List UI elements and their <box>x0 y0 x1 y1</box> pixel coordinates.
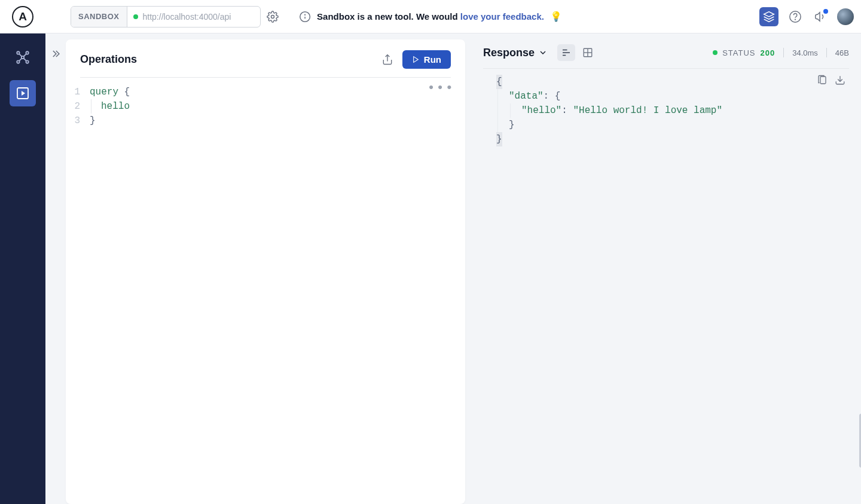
response-time: 34.0ms <box>792 48 818 57</box>
response-title-dropdown[interactable]: Response <box>483 47 548 59</box>
schema-button[interactable] <box>759 7 778 26</box>
bulb-icon: 💡 <box>550 11 562 22</box>
logo[interactable]: A <box>0 6 45 28</box>
nav-explorer[interactable] <box>10 80 36 106</box>
svg-marker-19 <box>414 57 419 63</box>
code-line: 1 query { <box>66 85 451 99</box>
info-icon <box>299 11 311 23</box>
svg-line-12 <box>19 54 22 56</box>
svg-marker-17 <box>22 91 25 96</box>
chevrons-right-icon <box>50 48 62 60</box>
response-size: 46B <box>835 48 849 57</box>
share-icon <box>381 54 393 66</box>
response-header: Response STATUS 200 <box>483 44 849 68</box>
code-editor[interactable]: ••• 1 query { 2 hello 3 } <box>66 78 465 504</box>
gear-icon <box>267 11 279 23</box>
response-tools <box>817 75 845 90</box>
copy-button[interactable] <box>817 75 828 90</box>
svg-point-7 <box>17 51 19 54</box>
operations-panel: Operations Run ••• 1 que <box>66 39 465 504</box>
view-table-button[interactable] <box>579 44 597 61</box>
response-panel: Response STATUS 200 <box>477 33 861 504</box>
sandbox-badge: SANDBOX <box>71 7 127 27</box>
status-dot-icon <box>133 14 138 19</box>
resp-line: "hello": "Hello world! I love lamp" <box>510 103 849 118</box>
feedback-link[interactable]: love your feedback. <box>460 11 544 22</box>
gutter: 2 <box>66 99 90 114</box>
svg-point-10 <box>26 60 28 63</box>
operations-title: Operations <box>80 53 373 66</box>
chevron-down-icon <box>538 48 548 57</box>
nav-schema[interactable] <box>10 44 36 71</box>
side-nav <box>0 33 45 504</box>
avatar[interactable] <box>837 8 854 25</box>
help-button[interactable] <box>787 8 804 25</box>
resp-line: } <box>496 132 849 146</box>
main: Operations Run ••• 1 que <box>0 33 861 504</box>
topbar-right <box>759 7 854 26</box>
code-more-button[interactable]: ••• <box>427 81 454 96</box>
code-line: 2 hello <box>66 99 451 114</box>
play-box-icon <box>16 86 30 100</box>
table-icon <box>582 47 593 58</box>
expand-sidebar-button[interactable] <box>45 33 66 504</box>
resp-line: "data": { "hello": "Hello world! I love … <box>497 89 849 132</box>
notification-dot-icon <box>823 9 828 14</box>
topbar: A SANDBOX http://localhost:4000/api Sand… <box>0 0 861 33</box>
endpoint-group: SANDBOX http://localhost:4000/api <box>71 6 261 28</box>
gutter: 3 <box>66 114 90 128</box>
svg-line-14 <box>19 59 22 61</box>
feedback-banner: Sandbox is a new tool. We would love you… <box>299 11 562 23</box>
endpoint-display[interactable]: http://localhost:4000/api <box>127 12 260 22</box>
workspace: Operations Run ••• 1 que <box>45 33 861 504</box>
response-status: STATUS 200 34.0ms 46B <box>713 48 849 57</box>
svg-point-11 <box>22 56 24 59</box>
view-json-button[interactable] <box>557 44 575 61</box>
svg-point-9 <box>17 60 19 63</box>
list-icon <box>561 47 572 58</box>
layers-icon <box>763 11 775 23</box>
banner-text: Sandbox is a new tool. We would love you… <box>317 11 544 22</box>
clipboard-icon <box>817 75 828 85</box>
logo-circle: A <box>12 6 33 28</box>
gutter: 1 <box>66 85 90 99</box>
divider <box>783 48 784 57</box>
download-icon <box>835 75 845 85</box>
share-button[interactable] <box>380 52 395 68</box>
download-button[interactable] <box>835 75 845 90</box>
operations-header: Operations Run <box>66 39 465 77</box>
endpoint-url: http://localhost:4000/api <box>143 12 231 22</box>
settings-button[interactable] <box>264 8 281 25</box>
svg-line-15 <box>24 59 26 61</box>
svg-point-0 <box>271 15 274 18</box>
svg-line-13 <box>24 54 26 56</box>
status-code: 200 <box>761 48 775 57</box>
status-label: STATUS 200 <box>713 48 775 57</box>
svg-point-5 <box>790 11 801 22</box>
status-dot-icon <box>713 50 718 55</box>
graph-icon <box>15 50 30 65</box>
help-icon <box>789 10 802 23</box>
response-body[interactable]: { "data": { "hello": "Hello world! I lov… <box>483 69 849 146</box>
svg-point-8 <box>26 51 28 54</box>
resp-line: { <box>496 75 849 89</box>
response-view-toggle <box>557 44 597 61</box>
svg-marker-4 <box>764 11 774 16</box>
play-icon <box>412 56 420 63</box>
svg-rect-26 <box>820 77 826 84</box>
run-button[interactable]: Run <box>402 50 451 69</box>
code-line: 3 } <box>66 114 451 128</box>
divider <box>826 48 827 57</box>
svg-point-3 <box>305 14 306 15</box>
announcements-button[interactable] <box>812 8 829 25</box>
logo-letter: A <box>19 10 27 23</box>
svg-point-6 <box>795 19 796 20</box>
